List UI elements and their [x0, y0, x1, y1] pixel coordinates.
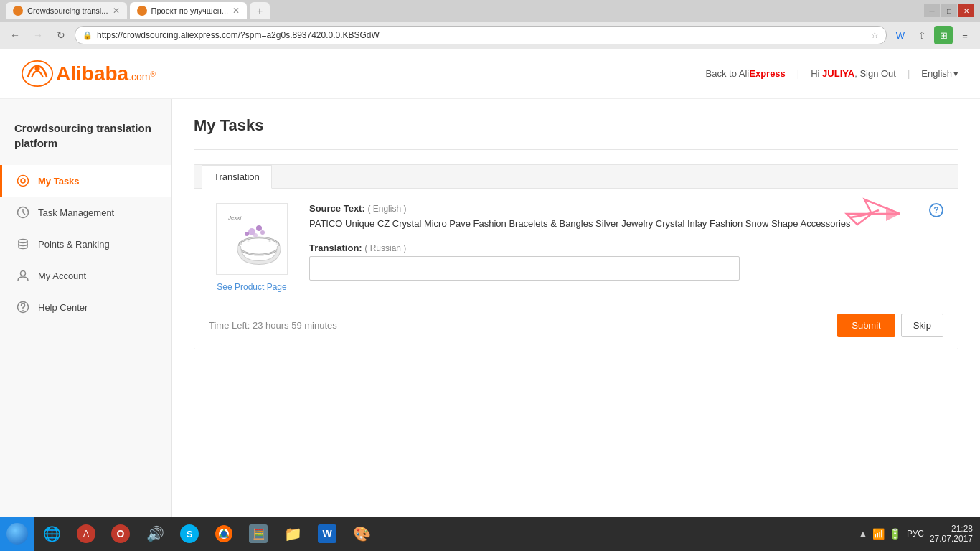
- back-button[interactable]: ←: [6, 26, 24, 44]
- main-content: Crowdsourcing translation platform My Ta…: [0, 99, 980, 517]
- time-left: Time Left: 23 hours 59 minutes: [209, 320, 337, 331]
- user-greeting: Hi JULIYA, Sign Out: [811, 68, 896, 79]
- sidebar-label-my-tasks: My Tasks: [38, 176, 80, 187]
- browser-navbar: ← → ↻ 🔒 https://crowdsourcing.aliexpress…: [0, 22, 980, 49]
- back-to-aliexpress-link[interactable]: Back to AliExpress: [706, 68, 786, 79]
- see-product-page-link[interactable]: See Product Page: [217, 282, 286, 292]
- logo-text: Alibaba.com®: [56, 62, 156, 85]
- tab-favicon-2: [137, 6, 147, 16]
- browser-tab-1[interactable]: Crowdsourcing transl... ✕: [6, 2, 127, 19]
- minimize-button[interactable]: ─: [924, 4, 940, 17]
- sidebar-item-my-account[interactable]: My Account: [0, 260, 171, 291]
- product-column: Jexxi: [209, 203, 295, 292]
- svg-point-19: [240, 243, 242, 245]
- product-image-box: Jexxi: [216, 203, 288, 275]
- svg-line-6: [23, 212, 25, 215]
- svg-point-18: [260, 230, 265, 235]
- translation-lang-label: ( Russian ): [364, 243, 406, 253]
- svg-point-3: [21, 179, 25, 183]
- clock-icon: [17, 206, 29, 219]
- svg-point-15: [256, 225, 262, 231]
- extension-icon[interactable]: ⇧: [913, 26, 931, 44]
- separator-2: |: [908, 68, 910, 79]
- new-tab-icon: +: [257, 5, 263, 17]
- wipr-icon[interactable]: W: [891, 26, 910, 44]
- translation-label: Translation: ( Russian ): [309, 242, 943, 253]
- browser-titlebar: Crowdsourcing transl... ✕ Проект по улуч…: [0, 0, 980, 22]
- alibaba-logo-icon: [22, 60, 53, 88]
- sidebar-item-points-ranking[interactable]: Points & Ranking: [0, 228, 171, 260]
- tab-translation[interactable]: Translation: [202, 165, 272, 189]
- site-header: Alibaba.com® Back to AliExpress | Hi JUL…: [0, 49, 980, 99]
- bookmark-star-icon[interactable]: ☆: [871, 30, 879, 40]
- svg-point-8: [21, 271, 26, 276]
- separator-1: |: [797, 68, 799, 79]
- svg-text:Jexxi: Jexxi: [227, 215, 241, 221]
- task-footer: Time Left: 23 hours 59 minutes Submit Sk…: [194, 306, 958, 349]
- pink-arrow-annotation: [843, 196, 900, 239]
- task-body: Jexxi: [194, 189, 958, 306]
- address-text: https://crowdsourcing.aliexpress.com/?sp…: [97, 30, 867, 40]
- tab-title-1: Crowdsourcing transl...: [27, 6, 108, 15]
- browser-chrome: Crowdsourcing transl... ✕ Проект по улуч…: [0, 0, 980, 49]
- browser-actions: W ⇧ ⊞ ≡: [891, 26, 974, 44]
- forward-button[interactable]: →: [29, 26, 47, 44]
- address-bar[interactable]: 🔒 https://crowdsourcing.aliexpress.com/?…: [75, 26, 887, 44]
- language-selector[interactable]: English ▾: [921, 68, 958, 79]
- sidebar-item-my-tasks[interactable]: My Tasks: [0, 165, 171, 197]
- menu-button[interactable]: ≡: [956, 26, 974, 44]
- page-wrapper: Alibaba.com® Back to AliExpress | Hi JUL…: [0, 49, 980, 517]
- svg-point-21: [269, 240, 271, 242]
- svg-marker-23: [886, 207, 900, 221]
- page-title: My Tasks: [194, 116, 958, 135]
- task-card: Translation Jexxi: [194, 164, 958, 349]
- translation-input[interactable]: [309, 256, 740, 281]
- svg-point-0: [22, 60, 52, 85]
- translation-field: Translation: ( Russian ): [309, 242, 943, 281]
- logo-area: Alibaba.com®: [22, 60, 156, 88]
- sidebar-label-my-account: My Account: [38, 270, 86, 281]
- svg-point-17: [253, 233, 258, 237]
- help-icon[interactable]: ?: [929, 203, 943, 217]
- extension2-icon[interactable]: ⊞: [934, 26, 953, 44]
- security-lock-icon: 🔒: [83, 31, 93, 40]
- svg-point-16: [245, 232, 249, 236]
- sidebar-item-help-center[interactable]: Help Center: [0, 291, 171, 323]
- question-icon: [17, 301, 29, 314]
- database-icon: [17, 237, 29, 250]
- content-area: My Tasks Translation Jex: [172, 99, 980, 517]
- tab-title-2: Проект по улучшен...: [151, 6, 229, 15]
- browser-tab-new[interactable]: +: [250, 2, 270, 19]
- svg-point-7: [19, 240, 27, 243]
- sidebar: Crowdsourcing translation platform My Ta…: [0, 99, 172, 517]
- task-actions: Submit Skip: [837, 314, 943, 337]
- tab-close-2[interactable]: ✕: [232, 6, 240, 16]
- tab-favicon-1: [13, 6, 23, 16]
- sidebar-label-points-ranking: Points & Ranking: [38, 239, 110, 250]
- sidebar-item-task-management[interactable]: Task Management: [0, 197, 171, 228]
- task-tab-bar: Translation: [194, 165, 958, 189]
- user-icon: [17, 269, 29, 282]
- window-controls: ─ □ ✕: [924, 4, 974, 17]
- sidebar-label-task-management: Task Management: [38, 207, 114, 218]
- submit-button[interactable]: Submit: [837, 314, 895, 337]
- skip-button[interactable]: Skip: [901, 314, 943, 337]
- sidebar-title: Crowdsourcing translation platform: [0, 113, 171, 165]
- sidebar-nav: My Tasks Task Management: [0, 165, 171, 323]
- svg-point-10: [22, 310, 24, 311]
- divider: [194, 149, 958, 150]
- product-image: Jexxi: [220, 207, 284, 271]
- browser-tab-2[interactable]: Проект по улучшен... ✕: [130, 2, 248, 19]
- svg-point-13: [239, 237, 279, 255]
- source-lang-label: ( English ): [367, 204, 406, 214]
- tab-close-1[interactable]: ✕: [113, 6, 120, 16]
- reload-button[interactable]: ↻: [52, 26, 70, 44]
- task-details-col: ? Source Text:: [309, 203, 943, 292]
- close-button[interactable]: ✕: [958, 4, 974, 17]
- maximize-button[interactable]: □: [941, 4, 957, 17]
- sidebar-label-help-center: Help Center: [38, 302, 88, 313]
- svg-point-20: [248, 240, 250, 242]
- header-nav: Back to AliExpress | Hi JULIYA, Sign Out…: [706, 68, 958, 79]
- clock-circle-icon: [17, 174, 29, 187]
- svg-point-22: [276, 243, 278, 245]
